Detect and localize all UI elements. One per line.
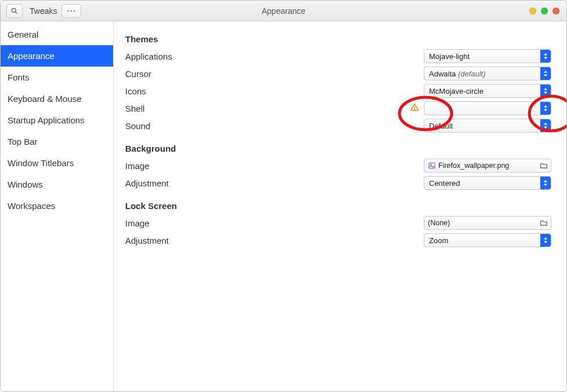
window-body: General Appearance Fonts Keyboard & Mous… xyxy=(1,21,566,391)
sidebar-item-workspaces[interactable]: Workspaces xyxy=(1,195,113,217)
row-shell: Shell xyxy=(125,100,551,117)
sidebar-item-label: Startup Applications xyxy=(8,115,85,125)
label-cursor: Cursor xyxy=(125,69,299,79)
select-sound[interactable]: Default xyxy=(424,119,551,133)
sidebar-item-appearance[interactable]: Appearance xyxy=(1,45,113,67)
svg-marker-7 xyxy=(544,92,547,94)
svg-marker-10 xyxy=(544,105,547,108)
select-icons[interactable]: McMojave-circle xyxy=(424,84,551,98)
sidebar-item-label: Fonts xyxy=(8,72,30,82)
label-lock-adjustment: Adjustment xyxy=(125,236,299,246)
sidebar-item-label: General xyxy=(8,30,38,39)
sidebar-item-label: Appearance xyxy=(8,51,54,61)
sidebar-item-label: Windows xyxy=(8,179,43,189)
window-title: Appearance xyxy=(261,6,306,16)
select-value: Centered xyxy=(429,179,460,188)
row-cursor: Cursor Adwaita (default) xyxy=(125,65,551,82)
row-bg-adjustment: Adjustment Centered xyxy=(125,174,551,192)
sidebar-item-label: Keyboard & Mouse xyxy=(8,94,82,104)
chevron-updown-icon xyxy=(540,119,551,132)
close-button[interactable] xyxy=(553,8,559,14)
titlebar: Tweaks ⋯ Appearance xyxy=(1,1,566,21)
chevron-updown-icon xyxy=(540,85,551,97)
row-lock-adjustment: Adjustment Zoom xyxy=(125,232,551,249)
ellipsis-icon: ⋯ xyxy=(67,6,76,16)
svg-marker-18 xyxy=(544,237,547,240)
select-value: Mojave-light xyxy=(429,52,470,61)
folder-open-icon xyxy=(539,162,548,170)
app-title: Tweaks xyxy=(30,6,57,16)
search-icon xyxy=(10,7,19,15)
label-lock-image: Image xyxy=(125,218,299,228)
row-applications: Applications Mojave-light xyxy=(125,47,551,65)
row-icons: Icons McMojave-circle xyxy=(125,82,551,100)
label-bg-adjustment: Adjustment xyxy=(125,178,299,188)
content-pane: Themes Applications Mojave-light Cursor … xyxy=(114,21,566,391)
svg-point-0 xyxy=(12,8,16,12)
label-bg-image: Image xyxy=(125,161,299,171)
sidebar-item-window-titlebars[interactable]: Window Titlebars xyxy=(1,152,113,174)
sidebar-item-top-bar[interactable]: Top Bar xyxy=(1,131,113,152)
svg-marker-13 xyxy=(544,127,547,129)
svg-marker-4 xyxy=(544,71,547,73)
select-value: Adwaita (default) xyxy=(429,69,486,78)
svg-marker-6 xyxy=(544,88,547,90)
chevron-updown-icon xyxy=(540,67,551,80)
sidebar-item-label: Window Titlebars xyxy=(8,158,74,168)
file-name: Firefox_wallpaper.png xyxy=(438,162,509,170)
folder-open-icon xyxy=(539,219,548,227)
chevron-updown-icon xyxy=(540,234,551,247)
select-bg-adjustment[interactable]: Centered xyxy=(424,176,551,190)
warning-icon xyxy=(410,103,419,114)
svg-marker-11 xyxy=(544,109,547,112)
row-lock-image: Image (None) xyxy=(125,214,551,232)
row-bg-image: Image Firefox_wallpaper.png xyxy=(125,157,551,174)
sidebar-item-windows[interactable]: Windows xyxy=(1,174,113,195)
svg-marker-5 xyxy=(544,75,547,77)
svg-marker-17 xyxy=(544,184,547,186)
search-button[interactable] xyxy=(6,4,23,18)
chevron-updown-icon xyxy=(540,50,551,63)
label-shell: Shell xyxy=(125,104,299,113)
svg-line-1 xyxy=(16,12,17,13)
sidebar: General Appearance Fonts Keyboard & Mous… xyxy=(1,21,114,391)
select-value: McMojave-circle xyxy=(429,87,484,96)
select-cursor[interactable]: Adwaita (default) xyxy=(424,67,551,80)
svg-marker-16 xyxy=(544,180,547,182)
chevron-updown-icon xyxy=(540,102,551,115)
label-sound: Sound xyxy=(125,121,299,131)
label-icons: Icons xyxy=(125,86,299,96)
sidebar-item-startup-applications[interactable]: Startup Applications xyxy=(1,109,113,131)
sidebar-item-label: Workspaces xyxy=(8,201,55,211)
sidebar-item-keyboard-mouse[interactable]: Keyboard & Mouse xyxy=(1,88,113,109)
svg-rect-14 xyxy=(429,163,435,168)
maximize-button[interactable] xyxy=(541,8,548,14)
svg-marker-19 xyxy=(544,241,547,244)
section-title-lockscreen: Lock Screen xyxy=(125,201,551,211)
image-icon xyxy=(428,162,436,170)
select-value: Default xyxy=(429,122,453,130)
svg-marker-12 xyxy=(544,123,547,125)
section-title-background: Background xyxy=(125,144,551,153)
chevron-updown-icon xyxy=(540,177,551,189)
svg-point-9 xyxy=(414,109,415,109)
section-title-themes: Themes xyxy=(125,34,551,44)
select-value: Zoom xyxy=(429,236,448,245)
select-applications[interactable]: Mojave-light xyxy=(424,49,551,63)
minimize-button[interactable] xyxy=(529,8,536,14)
sidebar-item-label: Top Bar xyxy=(8,137,38,146)
file-name: (None) xyxy=(428,219,450,227)
titlebar-left: Tweaks ⋯ xyxy=(6,4,81,18)
select-lock-adjustment[interactable]: Zoom xyxy=(424,233,551,247)
sidebar-item-fonts[interactable]: Fonts xyxy=(1,67,113,88)
label-applications: Applications xyxy=(125,52,299,61)
svg-marker-3 xyxy=(544,57,547,60)
row-sound: Sound Default xyxy=(125,117,551,134)
filechooser-bg-image[interactable]: Firefox_wallpaper.png xyxy=(424,159,551,173)
sidebar-item-general[interactable]: General xyxy=(1,24,113,45)
menu-button[interactable]: ⋯ xyxy=(61,4,81,18)
tweaks-window: Tweaks ⋯ Appearance General Appearance F… xyxy=(0,0,567,392)
filechooser-lock-image[interactable]: (None) xyxy=(424,216,551,230)
svg-marker-2 xyxy=(544,53,547,56)
select-shell[interactable] xyxy=(424,101,551,115)
